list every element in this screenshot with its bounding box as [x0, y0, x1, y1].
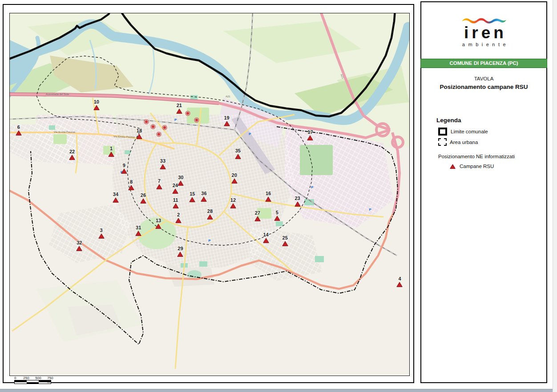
campana-rsu-triangle-icon — [93, 105, 100, 110]
marker-number: 17 — [306, 130, 314, 135]
campana-rsu-triangle-icon — [450, 164, 456, 169]
map-marker-8: 8 — [127, 180, 135, 190]
legend-item-limite-comunale: Limite comunale — [438, 128, 488, 136]
map-marker-21: 21 — [175, 103, 183, 114]
scrollbar-track[interactable] — [553, 0, 557, 392]
campana-rsu-triangle-icon — [160, 164, 166, 169]
marker-number: 25 — [281, 236, 289, 240]
marker-number: 12 — [229, 198, 237, 203]
campana-rsu-triangle-icon — [108, 152, 114, 157]
marker-number: 3 — [97, 228, 105, 233]
map-marker-11: 11 — [172, 198, 180, 208]
marker-number: 20 — [230, 173, 238, 178]
map-marker-18: 18 — [135, 128, 143, 139]
map-marker-26: 26 — [139, 193, 147, 204]
scale-bar-cell — [27, 382, 39, 384]
scale-bar: 0250500750 m — [14, 376, 52, 384]
map-marker-23: 23 — [294, 196, 302, 207]
map-marker-27: 27 — [254, 211, 262, 221]
campana-rsu-triangle-icon — [230, 203, 236, 208]
marker-number: 18 — [135, 128, 143, 133]
marker-number: 11 — [172, 198, 180, 203]
campana-rsu-triangle-icon — [121, 168, 127, 174]
marker-number: 16 — [264, 191, 272, 196]
scale-bar-cell — [15, 382, 27, 384]
map-marker-4: 4 — [396, 276, 404, 287]
marker-number: 31 — [134, 225, 142, 230]
campana-rsu-triangle-icon — [135, 231, 141, 236]
campana-rsu-triangle-icon — [207, 214, 213, 220]
legend-group-label: Posizionamento NE informatizzati — [438, 154, 515, 159]
comune-banner: COMUNE DI PIACENZA (PC) — [420, 59, 547, 68]
scale-bar-graphic — [14, 380, 51, 384]
marker-number: 13 — [154, 218, 162, 223]
marker-number: 6 — [15, 125, 23, 130]
campana-rsu-triangle-icon — [178, 180, 184, 186]
campana-rsu-triangle-icon — [263, 238, 269, 243]
map-marker-9: 9 — [120, 163, 128, 174]
campana-rsu-triangle-icon — [231, 178, 238, 184]
legend-item-label: Limite comunale — [451, 129, 488, 134]
campana-rsu-triangle-icon — [177, 252, 183, 257]
map-marker-3: 3 — [97, 228, 105, 239]
map-marker-10: 10 — [93, 100, 101, 110]
map-marker-36: 36 — [200, 191, 208, 202]
marker-number: 29 — [176, 246, 184, 251]
iren-ambiente-text: ambiente — [425, 42, 546, 47]
campana-rsu-triangle-icon — [265, 196, 271, 202]
iren-logo: iren ambiente — [421, 16, 546, 47]
area-urbana-swatch-icon — [438, 138, 447, 146]
marker-number: 9 — [120, 163, 128, 168]
marker-number: 22 — [68, 149, 76, 154]
legend-item-label: Area urbana — [450, 140, 478, 145]
map-marker-16: 16 — [264, 191, 272, 202]
campana-rsu-triangle-icon — [113, 197, 119, 203]
marker-number: 8 — [127, 180, 135, 184]
legend-item-campane-rsu: Campane RSU — [450, 164, 494, 169]
map-marker-17: 17 — [306, 130, 314, 140]
campana-rsu-triangle-icon — [155, 224, 161, 229]
campana-rsu-triangle-icon — [307, 135, 313, 140]
window-bottom-bar — [0, 389, 557, 392]
scale-bar-labels: 0250500750 m — [14, 376, 52, 380]
map-marker-33: 33 — [159, 159, 167, 169]
marker-number: 14 — [262, 232, 270, 237]
marker-number: 28 — [206, 209, 214, 214]
map-marker-31: 31 — [134, 225, 142, 236]
marker-number: 7 — [155, 179, 163, 184]
map-marker-5: 5 — [273, 210, 281, 221]
iren-wave-icon — [461, 16, 507, 24]
campana-rsu-triangle-icon — [254, 216, 261, 221]
tavola-document: { "panel": { "logo": { "brand": "iren", … — [0, 0, 557, 392]
tavola-title: Posizionamento campane RSU — [421, 84, 546, 90]
marker-number: 2 — [174, 212, 182, 217]
map-marker-2: 2 — [174, 212, 182, 223]
campana-rsu-triangle-icon — [295, 201, 301, 207]
campane-rsu-marker-layer: 1234567891011121314151617181920212223242… — [10, 13, 409, 376]
map-sheet: PPPPPP Via Emilia PaveseVia Emilia Paves… — [3, 4, 414, 383]
marker-number: 33 — [159, 159, 167, 164]
campana-rsu-triangle-icon — [173, 203, 179, 208]
scale-label: 750 m — [47, 376, 53, 384]
map-marker-6: 6 — [15, 125, 23, 136]
map-marker-15: 15 — [188, 192, 196, 202]
map-marker-20: 20 — [230, 173, 238, 184]
map-marker-1: 1 — [107, 146, 115, 157]
marker-number: 19 — [223, 116, 231, 120]
scale-label: 500 — [35, 376, 41, 380]
marker-number: 34 — [112, 192, 120, 197]
title-block-panel: iren ambiente COMUNE DI PIACENZA (PC) TA… — [420, 1, 547, 383]
limite-comunale-swatch-icon — [438, 128, 447, 136]
map-marker-28: 28 — [206, 209, 214, 220]
map-marker-12: 12 — [229, 198, 237, 208]
campana-rsu-triangle-icon — [98, 233, 105, 239]
campana-rsu-triangle-icon — [69, 155, 75, 160]
map-marker-14: 14 — [262, 232, 270, 243]
campana-rsu-triangle-icon — [224, 121, 230, 126]
campana-rsu-triangle-icon — [16, 130, 22, 136]
marker-number: 4 — [396, 276, 404, 281]
marker-number: 27 — [254, 211, 262, 216]
campana-rsu-triangle-icon — [76, 246, 82, 251]
map-canvas: PPPPPP Via Emilia PaveseVia Emilia Paves… — [9, 13, 410, 376]
campana-rsu-triangle-icon — [136, 134, 142, 139]
